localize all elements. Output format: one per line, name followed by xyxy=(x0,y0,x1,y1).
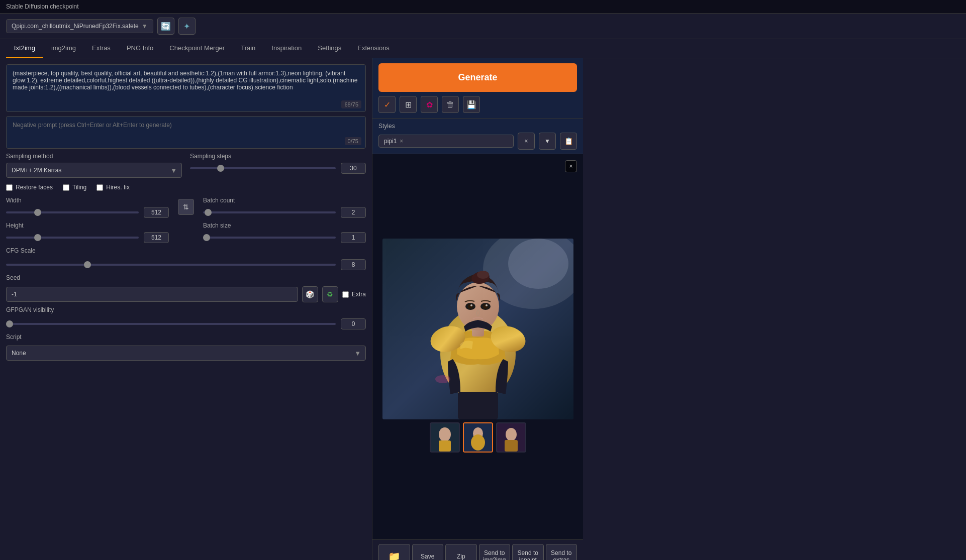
sampling-method-col: Sampling method DPM++ 2M Karras Euler a … xyxy=(6,153,182,178)
batch-count-row: 2 xyxy=(203,207,366,218)
styles-add-btn[interactable]: 📋 xyxy=(560,133,577,150)
left-panel: 68/75 0/75 Sampling method DPM++ 2M Karr… xyxy=(0,58,372,560)
seed-input[interactable] xyxy=(6,287,298,302)
width-slider[interactable] xyxy=(6,211,139,213)
checkpoint-arrow: ▼ xyxy=(142,23,148,30)
svg-point-25 xyxy=(506,428,517,441)
checkpoint-value: Qpipi.com_chilloutmix_NiPrunedFp32Fix.sa… xyxy=(12,23,139,30)
sampling-steps-label: Sampling steps xyxy=(190,153,366,160)
tab-checkpoint-merger[interactable]: Checkpoint Merger xyxy=(161,39,233,58)
height-value[interactable]: 512 xyxy=(144,232,169,243)
swap-dimensions-btn[interactable]: ⇅ xyxy=(178,199,194,215)
save-btn[interactable]: Save xyxy=(412,544,444,560)
gfpgan-label: GFPGAN visibility xyxy=(6,306,366,313)
grid-icon-btn[interactable]: ⊞ xyxy=(400,96,417,113)
extra-checkbox[interactable]: Extra xyxy=(342,291,366,298)
right-panel: Generate ✓ ⊞ ✿ 🗑 💾 Styles pipi1 × × ▼ 📋 xyxy=(372,58,583,560)
width-value[interactable]: 512 xyxy=(144,207,169,218)
svg-point-23 xyxy=(471,434,485,451)
thumbnail-3[interactable] xyxy=(496,422,526,453)
cfg-scale-row: 8 xyxy=(6,259,366,270)
recycle-btn[interactable]: ♻ xyxy=(322,286,338,302)
height-row: 512 xyxy=(6,232,169,243)
refresh-btn[interactable]: 🔄 xyxy=(157,18,174,35)
gfpgan-row: 0 xyxy=(6,318,366,329)
styles-drop-btn[interactable]: ▼ xyxy=(539,133,556,150)
generate-button[interactable]: Generate xyxy=(378,63,577,92)
negative-prompt-wrapper: 0/75 xyxy=(6,116,366,149)
width-col: Width 512 xyxy=(6,197,169,218)
title-bar: Stable Diffusion checkpoint xyxy=(0,0,966,14)
send-to-extras-btn[interactable]: Send to extras xyxy=(546,544,577,560)
tab-extensions[interactable]: Extensions xyxy=(349,39,398,58)
batch-count-slider[interactable] xyxy=(203,211,336,213)
thumbnail-2[interactable] xyxy=(463,422,493,453)
action-icons-row: ✓ ⊞ ✿ 🗑 💾 xyxy=(378,96,577,113)
tab-txt2img[interactable]: txt2img xyxy=(6,39,43,58)
batch-size-slider[interactable] xyxy=(203,237,336,239)
prompt-textarea[interactable] xyxy=(7,65,365,110)
style-tag-pipi1: pipi1 × xyxy=(378,135,514,148)
batch-size-row: 1 xyxy=(203,232,366,243)
style-tag-label: pipi1 xyxy=(384,138,397,145)
gfpgan-slider[interactable] xyxy=(6,323,336,325)
styles-input-row: pipi1 × × ▼ 📋 xyxy=(378,133,577,150)
tiling-label: Tiling xyxy=(72,184,86,191)
close-image-btn[interactable]: × xyxy=(565,160,577,172)
tiling-checkbox[interactable]: Tiling xyxy=(63,184,86,191)
send-to-img2img-btn[interactable]: Send to img2img xyxy=(479,544,511,560)
send-to-inpaint-btn[interactable]: Send to inpaint xyxy=(512,544,544,560)
tab-png-info[interactable]: PNG Info xyxy=(119,39,161,58)
batch-count-value[interactable]: 2 xyxy=(341,207,366,218)
gfpgan-value[interactable]: 0 xyxy=(341,318,366,329)
style-tag-close[interactable]: × xyxy=(400,138,403,145)
sampling-method-select[interactable]: DPM++ 2M Karras Euler a Euler xyxy=(6,163,182,178)
height-slider[interactable] xyxy=(6,237,139,239)
star-btn[interactable]: ✦ xyxy=(178,18,196,35)
svg-rect-20 xyxy=(439,440,451,452)
cfg-scale-slider[interactable] xyxy=(6,264,336,266)
folder-btn[interactable]: 📁 xyxy=(378,544,410,560)
styles-label: Styles xyxy=(378,123,577,130)
negative-prompt-textarea[interactable] xyxy=(7,117,365,147)
height-label: Height xyxy=(6,222,169,229)
save-style-icon-btn[interactable]: 💾 xyxy=(463,96,480,113)
height-batchsize-row: Height 512 Batch size 1 xyxy=(6,222,366,243)
cfg-scale-label: CFG Scale xyxy=(6,247,366,254)
sampling-steps-slider[interactable] xyxy=(190,167,336,169)
restore-faces-checkbox[interactable]: Restore faces xyxy=(6,184,53,191)
tab-settings[interactable]: Settings xyxy=(310,39,349,58)
thumbnail-1[interactable] xyxy=(430,422,460,453)
script-select[interactable]: None xyxy=(6,346,366,361)
gfpgan-col: GFPGAN visibility 0 xyxy=(6,306,366,329)
seed-input-row: 🎲 ♻ Extra xyxy=(6,286,366,302)
trash-icon-btn[interactable]: 🗑 xyxy=(442,96,459,113)
batch-count-label: Batch count xyxy=(203,197,366,204)
batch-size-value[interactable]: 1 xyxy=(341,232,366,243)
title-label: Stable Diffusion checkpoint xyxy=(6,3,79,10)
tab-img2img[interactable]: img2img xyxy=(43,39,84,58)
tab-inspiration[interactable]: Inspiration xyxy=(263,39,310,58)
flower-icon-btn[interactable]: ✿ xyxy=(421,96,438,113)
tab-extras[interactable]: Extras xyxy=(84,39,119,58)
prompt-counter: 68/75 xyxy=(341,100,361,108)
hires-fix-checkbox[interactable]: Hires. fix xyxy=(96,184,130,191)
svg-point-15 xyxy=(486,304,488,306)
top-bar: Qpipi.com_chilloutmix_NiPrunedFp32Fix.sa… xyxy=(0,14,966,39)
sampling-steps-col: Sampling steps 30 xyxy=(190,153,366,174)
sampling-method-label: Sampling method xyxy=(6,153,182,160)
main-layout: 68/75 0/75 Sampling method DPM++ 2M Karr… xyxy=(0,58,966,560)
width-row: 512 xyxy=(6,207,169,218)
width-label: Width xyxy=(6,197,169,204)
image-output: × xyxy=(372,154,583,539)
checkpoint-selector[interactable]: Qpipi.com_chilloutmix_NiPrunedFp32Fix.sa… xyxy=(6,19,153,33)
sampling-steps-value[interactable]: 30 xyxy=(341,163,366,174)
check-icon-btn[interactable]: ✓ xyxy=(378,96,396,113)
cfg-scale-value[interactable]: 8 xyxy=(341,259,366,270)
styles-clear-btn[interactable]: × xyxy=(518,133,535,150)
height-col: Height 512 xyxy=(6,222,169,243)
generated-canvas xyxy=(382,239,573,419)
zip-btn[interactable]: Zip xyxy=(445,544,477,560)
dice-btn[interactable]: 🎲 xyxy=(302,286,318,302)
tab-train[interactable]: Train xyxy=(233,39,263,58)
